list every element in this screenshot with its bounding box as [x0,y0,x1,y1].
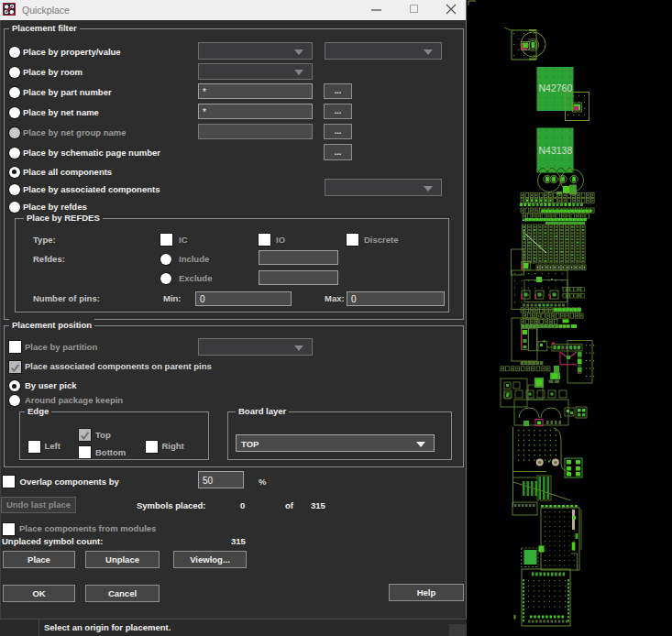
svg-text:N43138: N43138 [539,145,573,156]
svg-text:N42760: N42760 [539,82,573,93]
